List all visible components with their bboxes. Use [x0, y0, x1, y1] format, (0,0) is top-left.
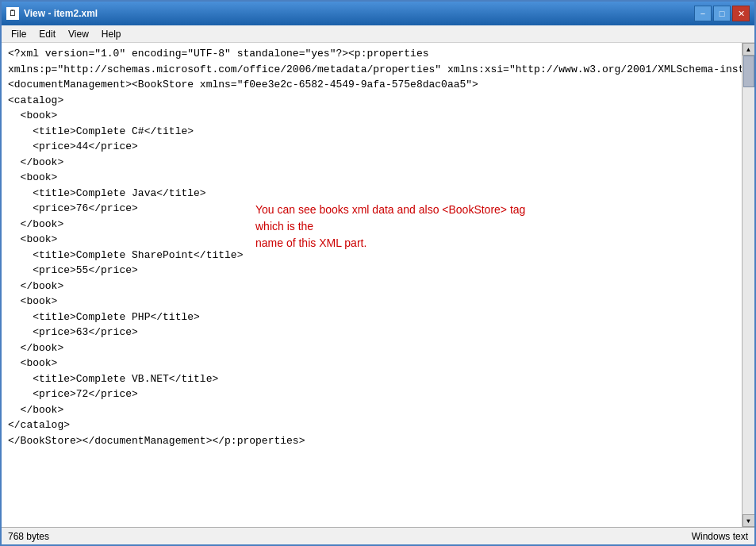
- menu-help[interactable]: Help: [95, 25, 128, 42]
- content-area: <?xml version="1.0" encoding="UTF-8" sta…: [2, 43, 754, 527]
- minimize-button[interactable]: −: [694, 6, 712, 21]
- window-icon: 🗒: [6, 7, 19, 20]
- status-size: 768 bytes: [8, 531, 49, 542]
- vertical-scrollbar[interactable]: ▲ ▼: [742, 43, 754, 527]
- scroll-down-button[interactable]: ▼: [743, 514, 755, 527]
- scroll-up-button[interactable]: ▲: [743, 43, 755, 56]
- menu-file[interactable]: File: [5, 25, 33, 42]
- menu-bar: File Edit View Help: [2, 25, 754, 43]
- close-button[interactable]: ✕: [732, 6, 750, 21]
- main-window: 🗒 View - item2.xml − □ ✕ File Edit View …: [0, 0, 756, 546]
- window-title: View - item2.xml: [24, 8, 98, 19]
- title-bar-left: 🗒 View - item2.xml: [6, 7, 98, 20]
- title-bar: 🗒 View - item2.xml − □ ✕: [2, 2, 754, 25]
- status-encoding: Windows text: [692, 531, 748, 542]
- title-controls: − □ ✕: [694, 6, 750, 21]
- scroll-track[interactable]: [743, 56, 754, 514]
- scroll-thumb[interactable]: [743, 56, 754, 87]
- menu-view[interactable]: View: [62, 25, 95, 42]
- xml-viewer[interactable]: <?xml version="1.0" encoding="UTF-8" sta…: [2, 43, 742, 527]
- maximize-button[interactable]: □: [713, 6, 731, 21]
- menu-edit[interactable]: Edit: [33, 25, 62, 42]
- status-bar: 768 bytes Windows text: [2, 527, 754, 544]
